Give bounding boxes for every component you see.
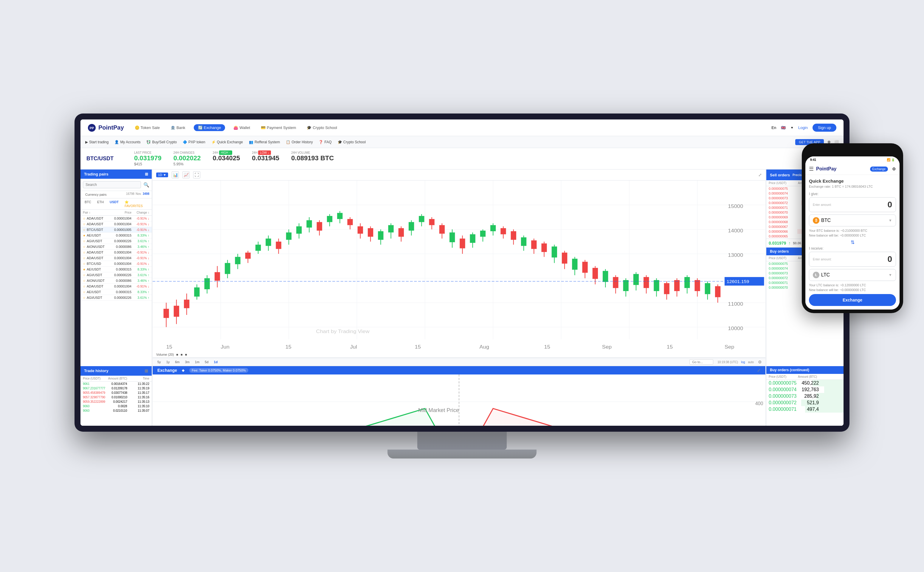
tab-btc[interactable]: BTC bbox=[83, 200, 93, 208]
sub-nav-quick-exchange[interactable]: ⚡ Quick Exchange bbox=[212, 140, 243, 144]
tf-1y[interactable]: 1y bbox=[165, 360, 171, 364]
phone-settings-icon[interactable]: ⚙ bbox=[892, 166, 896, 171]
buy-order-row[interactable]: 0.000000072 521,9 bbox=[766, 399, 843, 406]
nav-token-sale[interactable]: 🪙 Token Sale bbox=[132, 124, 162, 131]
list-item[interactable]: 9059.352222899 0.0024217 11:35:13 bbox=[81, 399, 152, 404]
list-item[interactable]: ☆ADA/USDT 0.00001004 -0.91% ↓ bbox=[81, 221, 152, 227]
logo-text: PointPay bbox=[98, 124, 124, 131]
coin-tabs: BTC ETH USDT ⭐ FAVORITES bbox=[81, 198, 152, 210]
list-item[interactable]: ☆ADA/USDT 0.00001004 -0.91% ↓ bbox=[81, 216, 152, 221]
search-input[interactable] bbox=[83, 181, 141, 188]
list-item[interactable]: ☆ADA/USDT 0.00001004 -0.91% ↓ bbox=[81, 284, 152, 289]
nav-wallet[interactable]: 👛 Wallet bbox=[231, 124, 252, 131]
list-item[interactable]: ☆AGI/USDT 0.00000226 3.61% ↑ bbox=[81, 238, 152, 244]
chart-toolbar: 1D ▼ 📊 📈 ⛶ ⤢ bbox=[152, 169, 765, 180]
tab-favorites[interactable]: ⭐ FAVORITES bbox=[123, 200, 149, 208]
phone-exchange-badge[interactable]: Exchange bbox=[870, 166, 888, 172]
list-item[interactable]: ☆ADA/USDT 0.00001004 -0.91% ↓ bbox=[81, 255, 152, 261]
list-item[interactable]: 9057.329877790 0.01000210 11:35:16 bbox=[81, 395, 152, 399]
chart-fullscreen[interactable]: ⛶ bbox=[193, 171, 200, 179]
tf-1d-btn[interactable]: 1D ▼ bbox=[156, 173, 168, 177]
btc-icon: ₿ bbox=[813, 217, 820, 224]
low-block: 24H LOW ↓ 0.031945 bbox=[252, 151, 279, 162]
list-item[interactable]: ☆AE/USDT 0.0000315 8.33% ↑ bbox=[81, 289, 152, 295]
list-item[interactable]: ☆AGI/USDT 0.00000226 3.61% ↑ bbox=[81, 272, 152, 278]
list-item[interactable]: 9067.231677777 0.01209178 11:35:19 bbox=[81, 386, 152, 390]
hamburger-icon[interactable]: ☰ bbox=[809, 166, 814, 172]
currency-pairs-label: Currency pairs bbox=[83, 192, 109, 197]
sub-nav-order-history[interactable]: 📋 Order History bbox=[286, 140, 313, 144]
vol-btn-3[interactable]: ■ bbox=[185, 353, 187, 356]
swap-arrow[interactable]: ⇅ bbox=[809, 238, 896, 246]
signup-button[interactable]: Sign up bbox=[812, 124, 836, 132]
sub-nav-faq[interactable]: ❓ FAQ bbox=[319, 140, 331, 144]
change-24h-pct: 5.95% bbox=[173, 162, 201, 166]
expand-chart-icon[interactable]: ⤢ bbox=[758, 173, 762, 177]
sub-nav-my-accounts[interactable]: 👤 My Accounts bbox=[114, 140, 140, 144]
list-item[interactable]: ★AE/USDT 0.0000315 8.33% ↑ bbox=[81, 267, 152, 272]
sub-nav-start-trading[interactable]: ▶ Start trading bbox=[85, 140, 109, 144]
buy-order-row[interactable]: 0.000000071 497,4 bbox=[766, 406, 843, 413]
nav-payment-system[interactable]: 💳 Payment System bbox=[258, 124, 299, 131]
price-bar: BTC/USDT LAST PRICE 0.031979 $415 24H CH… bbox=[81, 148, 843, 169]
list-item[interactable]: ☆BTC/USD 0.00001004 -0.91% ↓ bbox=[81, 261, 152, 267]
svg-rect-108 bbox=[623, 280, 628, 291]
sub-nav-left: ▶ Start trading 👤 My Accounts 💱 Buy/Sell… bbox=[85, 140, 366, 144]
buy-order-row[interactable]: 0.000000073 285,92 bbox=[766, 393, 843, 399]
nav-bank[interactable]: 🏦 Bank bbox=[168, 124, 188, 131]
language-selector[interactable]: En bbox=[772, 126, 776, 130]
svg-rect-66 bbox=[409, 222, 414, 231]
ltc-balance: Your LTC balance is: ~0.12000000 LTC bbox=[809, 283, 896, 287]
expand-history-icon[interactable]: ⊞ bbox=[145, 368, 148, 373]
tab-eth[interactable]: ETH bbox=[95, 200, 106, 208]
logo-icon: PP bbox=[88, 124, 96, 132]
chart-type-candle[interactable]: 📊 bbox=[172, 171, 179, 179]
to-currency-select[interactable]: Ł LTC ▼ bbox=[809, 269, 896, 281]
list-item[interactable]: 9061 0.00164374 11:35:22 bbox=[81, 382, 152, 386]
volume-block: 24H VOLUME 0.089193 BTC bbox=[291, 151, 334, 162]
tf-6m[interactable]: 6m bbox=[174, 360, 180, 364]
chart-indicators[interactable]: 📈 bbox=[182, 171, 190, 179]
expand-depth-icon[interactable]: ⤢ bbox=[757, 368, 761, 373]
login-button[interactable]: Login bbox=[798, 126, 808, 130]
tf-1d[interactable]: 1d bbox=[213, 360, 219, 364]
ltc-icon: Ł bbox=[813, 272, 820, 278]
list-item[interactable]: 9055.458389479 0.03077438 11:35:17 bbox=[81, 390, 152, 395]
buy-order-row[interactable]: 0.000000074 192,763 bbox=[766, 386, 843, 393]
buy-orders-bottom-header: Buy orders (continued) bbox=[766, 366, 843, 374]
list-item[interactable]: ☆AION/USDT 0.0000086 3.46% ↑ bbox=[81, 244, 152, 250]
nav-exchange[interactable]: 🔄 Exchange bbox=[194, 124, 226, 131]
list-item[interactable]: ★AE/USDT 0.0000315 8.33% ↑ bbox=[81, 233, 152, 238]
tf-5y[interactable]: 5y bbox=[156, 360, 162, 364]
list-item[interactable]: ☆AGI/USDT 0.00000226 3.61% ↑ bbox=[81, 295, 152, 301]
chart-options-icon[interactable]: ⚙ bbox=[758, 360, 762, 364]
nav-crypto-school[interactable]: 🎓 Crypto School bbox=[304, 124, 339, 131]
buy-order-row[interactable]: 0.000000075 450,222 bbox=[766, 380, 843, 386]
tf-1m[interactable]: 1m bbox=[194, 360, 201, 364]
expand-pairs-icon[interactable]: ⊞ bbox=[145, 172, 148, 176]
sub-nav-crypto-school[interactable]: 🎓 Crypto School bbox=[338, 140, 366, 144]
tab-usdt[interactable]: USDT bbox=[108, 200, 120, 208]
list-item-btc-usdt[interactable]: ☆BTC/USDT 0.00001005 -0.91% ↓ bbox=[81, 227, 152, 233]
phone-exchange-button[interactable]: Exchange bbox=[809, 294, 896, 306]
list-item[interactable]: ☆ADA/USDT 0.00001004 -0.91% ↓ bbox=[81, 250, 152, 255]
svg-rect-102 bbox=[593, 268, 598, 279]
receive-amount: 0 bbox=[887, 255, 892, 264]
log-toggle[interactable]: log bbox=[741, 361, 745, 364]
sub-nav-buy-sell[interactable]: 💱 Buy/Sell Crypto bbox=[146, 140, 177, 144]
sub-nav-referral[interactable]: 👥 Refferal System bbox=[249, 140, 280, 144]
tf-5d[interactable]: 5d bbox=[204, 360, 210, 364]
vol-btn-2[interactable]: ■ bbox=[180, 353, 183, 356]
volume-value: 0.089193 BTC bbox=[291, 154, 334, 162]
from-currency-select[interactable]: ₿ BTC ▼ bbox=[809, 214, 896, 226]
vol-btn-1[interactable]: ■ bbox=[176, 353, 178, 356]
goto-input[interactable] bbox=[689, 359, 713, 365]
list-item[interactable]: ☆AION/USDT 0.0000086 3.46% ↑ bbox=[81, 278, 152, 284]
list-item[interactable]: 9060 0.0028 11:35:10 bbox=[81, 404, 152, 409]
tf-3m[interactable]: 3m bbox=[184, 360, 191, 364]
logo[interactable]: PP PointPay bbox=[88, 124, 124, 132]
sub-nav-pxp-token[interactable]: 🔷 PXP token bbox=[183, 140, 205, 144]
depth-chart-svg: Mid Market Price $9,810 $9,840 $9,870 $9… bbox=[152, 375, 765, 426]
list-item[interactable]: 9060 0.0210110 11:35:07 bbox=[81, 409, 152, 413]
svg-rect-114 bbox=[654, 280, 659, 291]
